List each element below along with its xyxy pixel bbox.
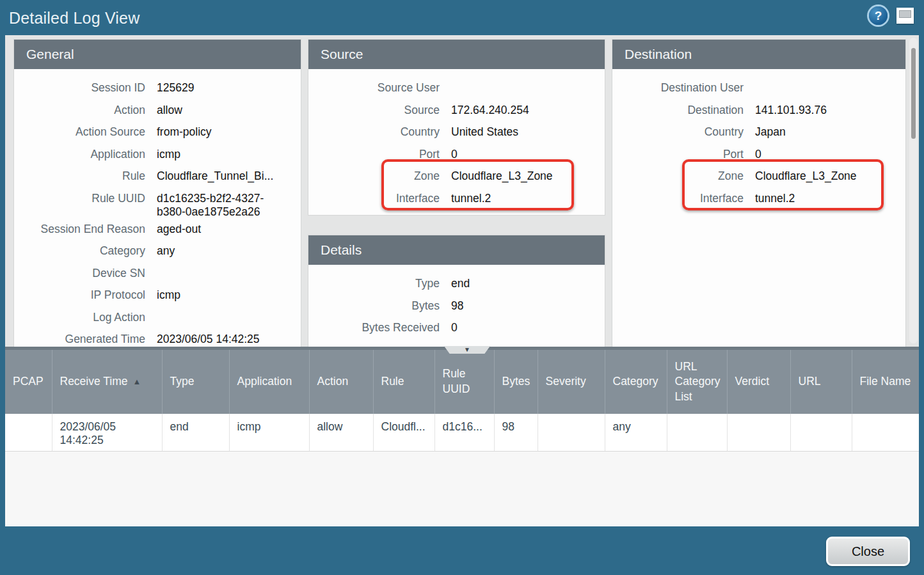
details-panel-header: Details	[308, 235, 605, 265]
table-cell: d1c16...	[434, 414, 494, 452]
field-value: Cloudflare_L3_Zone	[451, 169, 553, 183]
destination-panel-header: Destination	[612, 40, 905, 69]
details-panel-rows: TypeendBytes98Bytes Received0	[308, 265, 605, 340]
window-restore-icon[interactable]	[896, 8, 914, 24]
column-header-application[interactable]: Application	[229, 350, 309, 414]
source-panel-header: Source	[308, 40, 605, 69]
dialog-titlebar: Detailed Log View ?	[0, 0, 924, 35]
source-panel: Source Source UserSource172.64.240.254Co…	[308, 40, 605, 215]
destination-panel-rows: Destination UserDestination141.101.93.76…	[612, 69, 905, 210]
field-row: Action Sourcefrom-policy	[14, 122, 301, 144]
column-header-url[interactable]: URL	[790, 350, 852, 414]
field-row: IP Protocolicmp	[14, 285, 301, 307]
field-row: Bytes98	[308, 295, 605, 318]
help-icon[interactable]: ?	[869, 6, 888, 25]
field-label: Destination User	[612, 81, 744, 95]
field-value: United States	[451, 125, 518, 139]
field-label: Application	[14, 148, 145, 161]
field-row: Rule UUIDd1c16235-b2f2-4327-b380-0ae1875…	[14, 188, 301, 219]
column-header-category[interactable]: Category	[605, 350, 667, 414]
destination-panel-title: Destination	[625, 47, 692, 62]
field-value: aged-out	[157, 223, 201, 236]
field-label: Action	[14, 104, 145, 117]
sort-ascending-icon: ▲	[133, 376, 141, 388]
table-cell	[790, 414, 852, 452]
field-label: IP Protocol	[14, 288, 145, 302]
column-header-file-name[interactable]: File Name	[852, 350, 919, 414]
column-header-rule[interactable]: Rule	[373, 350, 434, 414]
table-cell: allow	[309, 414, 373, 452]
field-value: end	[451, 277, 470, 290]
field-value: Cloudflare_Tunnel_Bi...	[157, 169, 273, 183]
field-value: 141.101.93.76	[755, 104, 827, 117]
vertical-scrollbar-thumb[interactable]	[911, 48, 916, 139]
column-header-pcap[interactable]: PCAP	[5, 350, 52, 414]
field-row: Actionallow	[14, 100, 301, 122]
field-label: Type	[308, 277, 440, 290]
field-value: from-policy	[157, 125, 212, 139]
field-value: 0	[451, 148, 458, 161]
field-value: 2023/06/05 14:42:25	[157, 333, 260, 346]
chevron-down-icon: ▼	[464, 347, 470, 353]
field-label: Zone	[612, 169, 744, 183]
table-cell: 2023/06/05 14:42:25	[52, 414, 162, 452]
column-header-rule-uuid[interactable]: Rule UUID	[434, 350, 494, 414]
column-header-url-category-list[interactable]: URL Category List	[667, 350, 727, 414]
field-row: CountryUnited States	[308, 122, 605, 144]
field-label: Interface	[612, 192, 744, 205]
field-row: Destination141.101.93.76	[612, 100, 905, 122]
field-row: Log Action	[14, 307, 301, 329]
table-cell: 98	[494, 414, 538, 452]
field-row: Generated Time2023/06/05 14:42:25	[14, 329, 301, 347]
log-table: PCAPReceive Time▲TypeApplicationActionRu…	[5, 350, 919, 452]
column-header-severity[interactable]: Severity	[538, 350, 605, 414]
field-value: icmp	[157, 148, 180, 161]
field-label: Interface	[308, 192, 440, 205]
column-header-type[interactable]: Type	[162, 350, 229, 414]
field-row: Device SN	[14, 263, 301, 285]
column-header-action[interactable]: Action	[309, 350, 373, 414]
collapse-panel-handle[interactable]: ▼	[444, 346, 490, 354]
table-cell: end	[162, 414, 229, 452]
source-panel-rows: Source UserSource172.64.240.254CountryUn…	[308, 69, 605, 210]
column-header-bytes[interactable]: Bytes	[494, 350, 538, 414]
vertical-scrollbar[interactable]	[909, 38, 918, 343]
field-value: 172.64.240.254	[451, 104, 529, 117]
field-label: Session End Reason	[14, 223, 145, 236]
field-value: icmp	[157, 288, 180, 302]
field-row: Applicationicmp	[14, 144, 301, 166]
field-label: Port	[308, 148, 440, 161]
column-header-verdict[interactable]: Verdict	[727, 350, 790, 414]
field-row: Source User	[308, 77, 605, 100]
field-value: tunnel.2	[451, 192, 491, 205]
log-table-area: ▼ PCAPReceive Time▲TypeApplicationAction…	[5, 347, 919, 526]
field-row: Typeend	[308, 273, 605, 295]
field-value: d1c16235-b2f2-4327-b380-0ae1875e2a26	[157, 192, 292, 219]
field-label: Zone	[308, 169, 440, 183]
field-row: CountryJapan	[612, 122, 905, 144]
field-label: Session ID	[14, 81, 145, 95]
table-cell	[727, 414, 790, 452]
field-label: Rule UUID	[14, 192, 145, 205]
column-header-receive-time[interactable]: Receive Time▲	[52, 350, 162, 414]
field-value: Japan	[755, 125, 786, 139]
field-row: ZoneCloudflare_L3_Zone	[612, 166, 905, 188]
window-restore-icon-inner	[899, 10, 911, 18]
field-label: Source	[308, 104, 440, 117]
field-row: Interfacetunnel.2	[308, 188, 605, 210]
field-row: RuleCloudflare_Tunnel_Bi...	[14, 166, 301, 188]
table-header-row: PCAPReceive Time▲TypeApplicationActionRu…	[5, 350, 919, 414]
general-panel-title: General	[26, 47, 74, 62]
log-detail-panels-area: General Session ID125629ActionallowActio…	[5, 35, 919, 347]
field-value: 98	[451, 299, 463, 313]
field-label: Port	[612, 148, 744, 161]
close-button[interactable]: Close	[826, 537, 910, 566]
destination-panel: Destination Destination UserDestination1…	[612, 40, 905, 347]
field-row: Categoryany	[14, 240, 301, 263]
table-cell	[852, 414, 919, 452]
table-row[interactable]: 2023/06/05 14:42:25endicmpallowCloudfl..…	[5, 414, 919, 452]
field-value: 125629	[157, 81, 194, 95]
details-panel: Details TypeendBytes98Bytes Received0	[308, 235, 605, 347]
field-label: Rule	[14, 169, 145, 183]
field-label: Bytes Received	[308, 321, 440, 335]
